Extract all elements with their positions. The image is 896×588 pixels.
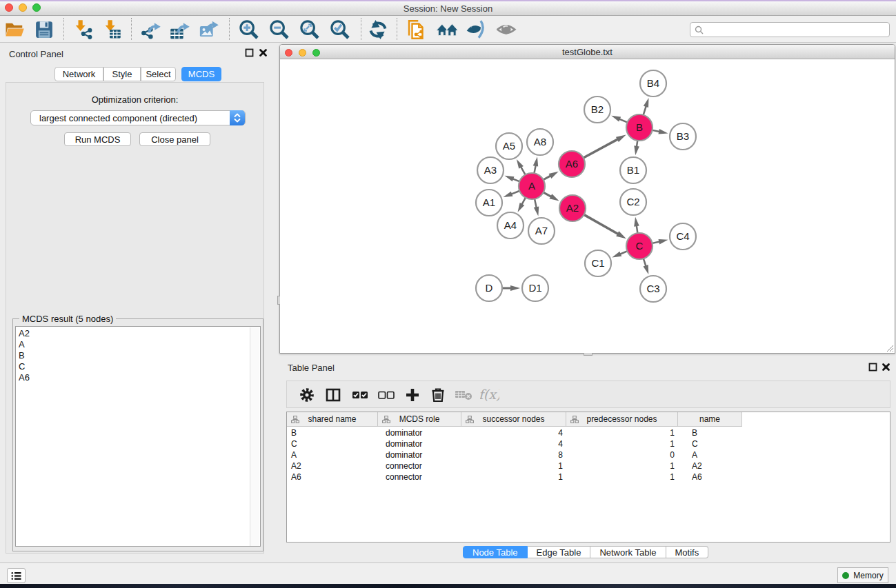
graph-node-B1[interactable]: B1 xyxy=(620,157,646,183)
import-table-icon[interactable] xyxy=(102,19,124,41)
column-header-shared-name[interactable]: shared name xyxy=(287,412,378,427)
mcds-result-item[interactable]: A2 xyxy=(16,328,260,339)
table-cell[interactable]: A2 xyxy=(291,460,378,472)
home-icon[interactable] xyxy=(436,19,458,41)
save-session-icon[interactable] xyxy=(33,19,55,41)
graph-node-C3[interactable]: C3 xyxy=(640,276,666,302)
mcds-result-item[interactable]: B xyxy=(16,350,260,361)
column-header-successor-nodes[interactable]: successor nodes xyxy=(461,412,566,427)
memory-button[interactable]: Memory xyxy=(837,567,888,583)
graph-node-A5[interactable]: A5 xyxy=(496,133,522,159)
close-panel-icon[interactable] xyxy=(259,48,268,57)
network-window-titlebar[interactable]: testGlobe.txt xyxy=(280,45,895,59)
table-row-A[interactable]: Adominator80A xyxy=(287,449,890,460)
table-cell[interactable]: A6 xyxy=(291,472,378,483)
zoom-selected-icon[interactable] xyxy=(329,19,351,41)
resize-grip-icon[interactable] xyxy=(886,345,894,352)
table-tab-node-table[interactable]: Node Table xyxy=(463,546,528,558)
control-tab-style[interactable]: Style xyxy=(103,67,141,81)
table-cell[interactable]: 1 xyxy=(566,438,675,449)
export-table-icon[interactable] xyxy=(169,19,191,41)
control-tab-select[interactable]: Select xyxy=(141,67,176,81)
import-network-icon[interactable] xyxy=(72,19,94,41)
table-cell[interactable]: connector xyxy=(386,460,461,472)
deselect-all-icon[interactable] xyxy=(377,385,396,405)
graph-node-A8[interactable]: A8 xyxy=(527,129,553,155)
table-cell[interactable]: B xyxy=(692,427,742,438)
edge-B-B4[interactable] xyxy=(643,106,646,116)
table-cell[interactable]: A6 xyxy=(692,472,742,483)
show-details-icon[interactable] xyxy=(496,19,518,41)
graph-node-C4[interactable]: C4 xyxy=(670,223,696,250)
graph-node-B3[interactable]: B3 xyxy=(670,123,696,150)
zoom-fit-icon[interactable] xyxy=(299,19,321,41)
zoom-in-icon[interactable] xyxy=(238,19,260,41)
table-cell[interactable]: C xyxy=(291,438,378,449)
graph-node-A4[interactable]: A4 xyxy=(497,212,524,239)
table-cell[interactable]: A2 xyxy=(692,460,742,472)
mcds-result-item[interactable]: A xyxy=(16,339,260,350)
search-field[interactable] xyxy=(690,22,890,37)
table-cell[interactable]: 4 xyxy=(461,438,563,449)
table-cell[interactable]: B xyxy=(291,427,378,438)
column-header-MCDS-role[interactable]: MCDS role xyxy=(378,412,461,427)
split-panel-icon[interactable] xyxy=(323,385,343,405)
graph-node-D[interactable]: D xyxy=(476,275,502,301)
hide-details-icon[interactable] xyxy=(466,19,488,41)
control-tab-network[interactable]: Network xyxy=(54,67,103,81)
window-left-edge-handle[interactable] xyxy=(277,296,280,305)
table-cell[interactable]: dominator xyxy=(386,449,461,460)
table-cell[interactable]: 1 xyxy=(461,460,563,472)
table-tab-motifs[interactable]: Motifs xyxy=(666,546,709,558)
table-row-A2[interactable]: A2connector11A2 xyxy=(287,460,890,472)
mcds-result-item[interactable]: C xyxy=(16,361,260,372)
graph-node-D1[interactable]: D1 xyxy=(522,275,548,301)
graph-node-A1[interactable]: A1 xyxy=(476,190,502,216)
graph-node-B4[interactable]: B4 xyxy=(640,70,666,97)
table-cell[interactable]: 4 xyxy=(461,427,563,438)
add-column-icon[interactable] xyxy=(403,385,422,405)
zoom-out-icon[interactable] xyxy=(268,19,290,41)
graph-node-C1[interactable]: C1 xyxy=(585,250,611,276)
table-cell[interactable]: dominator xyxy=(386,427,461,438)
mcds-result-item[interactable]: A6 xyxy=(16,372,260,383)
column-header-predecessor-nodes[interactable]: predecessor nodes xyxy=(566,412,678,427)
table-cell[interactable]: A xyxy=(692,449,742,460)
graph-node-C[interactable]: C xyxy=(626,233,653,259)
table-cell[interactable]: A xyxy=(291,449,378,460)
table-cell[interactable]: connector xyxy=(386,472,461,483)
select-all-icon[interactable] xyxy=(350,385,370,405)
refresh-icon[interactable] xyxy=(367,19,389,41)
criterion-dropdown[interactable]: largest connected component (directed) xyxy=(30,110,246,125)
result-list-scrollbar[interactable] xyxy=(250,327,259,547)
table-tab-edge-table[interactable]: Edge Table xyxy=(528,546,591,558)
window-bottom-edge-handle[interactable] xyxy=(584,353,593,356)
graph-node-A7[interactable]: A7 xyxy=(528,218,555,244)
table-row-A6[interactable]: A6connector11A6 xyxy=(287,472,890,483)
table-float-panel-icon[interactable] xyxy=(868,362,877,371)
network-canvas[interactable]: A A1 A2 A3 A4 A5 A6 A7 A8 B B1 B2 B3 B4 … xyxy=(280,60,895,353)
run-mcds-button[interactable]: Run MCDS xyxy=(64,132,131,146)
task-history-button[interactable] xyxy=(7,568,26,583)
graph-node-C2[interactable]: C2 xyxy=(620,189,646,215)
table-close-panel-icon[interactable] xyxy=(882,362,890,371)
edge-A-A5[interactable] xyxy=(521,167,526,175)
table-cell[interactable]: C xyxy=(692,438,742,449)
edge-A2-C[interactable] xyxy=(584,214,618,234)
delete-column-icon[interactable] xyxy=(428,385,448,405)
export-network-icon[interactable] xyxy=(140,19,162,41)
table-cell[interactable]: 1 xyxy=(566,460,675,472)
table-cell[interactable]: 1 xyxy=(461,472,563,483)
graph-node-A[interactable]: A xyxy=(519,173,545,199)
export-image-icon[interactable] xyxy=(198,19,220,41)
graph-node-A2[interactable]: A2 xyxy=(559,195,586,221)
table-cell[interactable]: 1 xyxy=(566,472,675,483)
float-panel-icon[interactable] xyxy=(245,48,254,57)
node-table[interactable]: shared name MCDS role successor nodes pr… xyxy=(286,412,890,543)
graph-node-B[interactable]: B xyxy=(626,114,653,141)
table-row-C[interactable]: Cdominator41C xyxy=(287,438,890,449)
search-input[interactable] xyxy=(706,25,889,34)
edge-A-A2[interactable] xyxy=(543,192,551,197)
mcds-result-list[interactable]: A2ABCA6 xyxy=(15,326,261,547)
graph-node-A6[interactable]: A6 xyxy=(559,151,585,177)
